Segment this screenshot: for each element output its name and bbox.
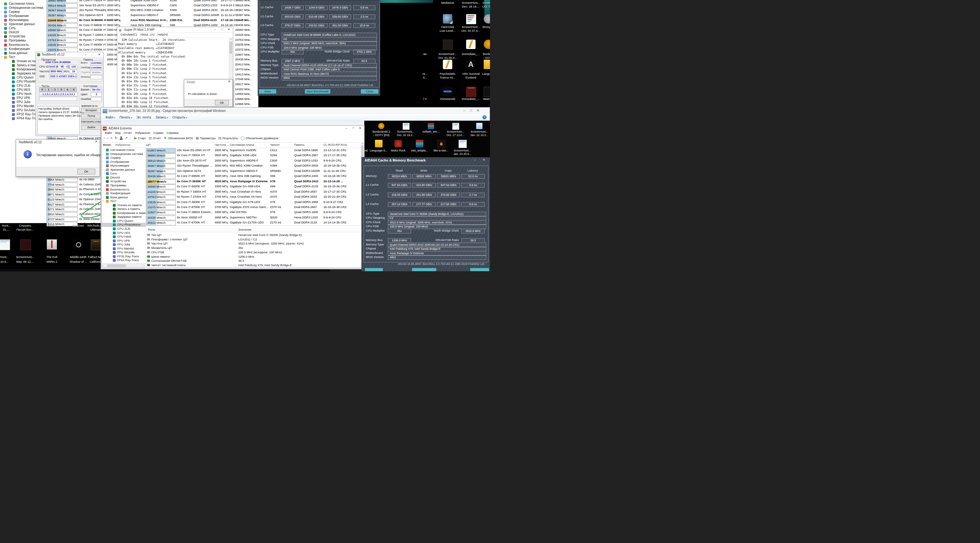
sidebar-item-cpu-photoworxx[interactable]: CPU PhotoWorxx (102, 223, 146, 227)
sidebar-item-fp32-ray-trace[interactable]: FP32 Ray-Trace (102, 254, 146, 259)
minimize-icon[interactable]: – (82, 52, 89, 57)
pv-menu-Эл. почта[interactable]: Эл. почта (137, 115, 151, 119)
sidebar-item-directx[interactable]: ›DirectX (102, 176, 146, 180)
maximize-icon[interactable]: □ (350, 126, 357, 131)
close-icon[interactable]: ✕ (95, 140, 98, 144)
benchmark-row[interactable]: 61883 Мпкс/с20x Xeon E5-2660 v3 HT2600 М… (146, 148, 361, 153)
taskbar-button[interactable] (330, 269, 361, 272)
field-row[interactable]: CPU FSB100.5 MHz (исходное: 100 MHz) (146, 250, 364, 254)
column-header[interactable]: Частота ... (215, 143, 229, 146)
button-start-benchmark[interactable]: Start Benchmark (305, 89, 330, 94)
column-header[interactable]: ЦП (146, 143, 151, 146)
sidebar-item-устройства[interactable]: ›Устройства (102, 179, 146, 184)
benchmark-row[interactable]: 26590 Мпкс/с6x Core i7-5820K HT3300 МГцG… (146, 184, 361, 189)
aida64-menu-item[interactable]: Справка (167, 131, 178, 135)
benchmark-row[interactable]: 19770 Мпкс/с (146, 225, 361, 226)
sidebar-item-системная-плата[interactable]: ›Системная плата (102, 148, 146, 152)
pv-menu-Открыть[interactable]: Открыть ▾ (173, 115, 187, 119)
superpi-menu-item[interactable]: Calculate(C) (120, 33, 137, 36)
minimize-icon[interactable]: – (461, 108, 468, 113)
scroll-thumb[interactable] (229, 42, 232, 54)
tab-favorites[interactable]: Избранное (115, 143, 130, 146)
sidebar-item-сервер[interactable]: ›Сервер (102, 156, 146, 160)
pv-menu-Файл[interactable]: Файл ▾ (105, 115, 115, 119)
back-icon[interactable]: ‹ (104, 136, 105, 140)
field-row[interactable]: Чипсет системной платыIntel Patsburg X79… (146, 263, 364, 267)
benchmark-row[interactable]: 24225 Мпкс/с8x Ryzen 7 1800X HT3600 МГцA… (146, 189, 361, 194)
sidebar-item-cpu-zlib[interactable]: CPU ZLib (102, 227, 146, 231)
site-button-0[interactable]: Интернет (81, 108, 102, 113)
help-icon[interactable]: ? (482, 115, 487, 119)
sidebar-item-база-данных[interactable]: ›База данных (102, 195, 146, 200)
button-close[interactable]: Close (361, 89, 379, 94)
close-icon[interactable]: ✕ (475, 108, 482, 113)
benchmark-row[interactable]: 30436 Мпкс/с6x Core i7-6850K HT3600 МГцA… (146, 174, 361, 178)
test-button-4[interactable]: 4 (64, 87, 70, 92)
benchmark-row[interactable]: 35397 Мпкс/с32x Opteron 62742200 МГцSupe… (0, 13, 258, 17)
superpi-titlebar[interactable]: π Super PI Mod 1.9 WP –□✕ (117, 27, 233, 33)
field-row[interactable]: Платформа / степпинг ЦПLGA2011 / C2 (146, 237, 364, 241)
benchmark-row[interactable]: 38367 Мпкс/с32x Ryzen Threadripper ...30… (146, 164, 361, 168)
sidebar-item-fpu-julia[interactable]: FPU Julia (102, 243, 146, 247)
toolbar-page[interactable]: ▤Отчёт (149, 136, 161, 140)
close-icon[interactable]: ✕ (96, 52, 103, 57)
benchmark-row[interactable]: 35397 Мпкс/с32x Opteron 62742200 МГцSupe… (146, 169, 361, 173)
column-header[interactable]: CL-RCD-RP-RAS (323, 143, 347, 146)
aida64-menu-item[interactable]: Вид (115, 131, 120, 135)
field-row[interactable]: Шина памяти1206.0 MHz (146, 254, 364, 259)
button-close[interactable]: Close (470, 268, 489, 272)
close-icon[interactable]: ✕ (483, 158, 485, 162)
site-button-2[interactable]: Настроить и выйти (81, 119, 102, 124)
close-icon[interactable]: ✕ (357, 126, 364, 131)
aida64-menu-item[interactable]: Сервис (153, 131, 164, 135)
benchmark-row[interactable]: 38860 Мпкс/с6x Core i7-7800X HT3500 МГцG… (146, 153, 361, 158)
pv-menu-Запись[interactable]: Запись ▾ (156, 115, 168, 119)
sidebar-item-мультимедиа[interactable]: ›Мультимедиа (102, 164, 146, 168)
field-row[interactable]: Соотношение DRAM:FSB36:3 (146, 259, 364, 263)
scroll-thumb[interactable] (107, 264, 126, 267)
button-save[interactable]: Save (259, 89, 276, 94)
chart-icon[interactable]: ↗ (125, 136, 127, 140)
sidebar-item-хранение-данных[interactable]: ›Хранение данных (102, 168, 146, 172)
maximize-icon[interactable]: □ (468, 108, 475, 113)
column-header[interactable]: Системная плата (230, 143, 254, 146)
aida64-menu-item[interactable]: Файл (105, 131, 112, 135)
user-icon[interactable] (120, 137, 123, 140)
column-header[interactable]: Чипсет (270, 143, 280, 146)
button-save[interactable]: Save (365, 268, 383, 272)
superpi-menu-item[interactable]: Help(H) (158, 33, 168, 36)
tab-menu[interactable]: Меню (103, 143, 111, 146)
benchmark-row[interactable]: 28077 Мпкс/с6x Core i7-3930K HT4533 МГцA… (146, 179, 361, 184)
sidebar-item-cpu-aes[interactable]: CPU AES (102, 231, 146, 235)
site-button-3[interactable]: Выйти (81, 125, 102, 130)
minimize-icon[interactable]: – (212, 27, 218, 32)
button-start-benchmark[interactable]: Start Benchmark (412, 268, 436, 272)
ok-button[interactable]: OK (215, 100, 229, 105)
sidebar-item-fpu-vp8[interactable]: FPU VP8 (102, 239, 146, 243)
up-icon[interactable]: ˄ (110, 136, 112, 140)
sidebar-item-fp64-ray-trace[interactable]: FP64 Ray-Trace (102, 258, 146, 262)
benchmark-row[interactable]: 23375 Мпкс/с6x Core i7-8700K HT3700 МГцG… (146, 205, 361, 210)
sidebar-item-копирование-в-память[interactable]: Копирование в память (102, 211, 146, 215)
toolbar-play[interactable]: ▶Старт (134, 136, 146, 140)
benchmark-row[interactable]: 38367 Мпкс/с32x Ryzen Threadripper ...30… (0, 8, 258, 12)
close-icon[interactable]: ✕ (228, 79, 231, 84)
benchmark-row[interactable]: 20439 Мпкс/с8x Xeon X5550 HT2666 МГцSupe… (146, 215, 361, 220)
benchmark-row[interactable]: 20412 Мпкс/с4x Core i7-6700K HT4000 МГцG… (146, 220, 361, 225)
toolbar-down[interactable]: ▼Обновления BIOS (164, 136, 193, 140)
benchmark-row[interactable]: 23763 Мпкс/с8x Ryzen 7 2700X HT3700 МГцA… (146, 195, 361, 199)
benchmark-row[interactable]: 38616 Мпкс/с16x Xeon E5-2670 HT2600 МГцS… (146, 158, 361, 163)
sidebar-item-fpu-sinjulia[interactable]: FPU SinJulia (102, 251, 146, 254)
minimize-icon[interactable]: – (343, 126, 350, 131)
ok-button[interactable]: OK (77, 169, 95, 175)
sidebar-item-программы[interactable]: ›Программы (102, 184, 146, 187)
pv-menu-Печать[interactable]: Печать ▾ (119, 115, 132, 119)
benchmark-row[interactable]: 32648 Мпкс/с8x Core i9-9900K HT5000 МГцA… (0, 18, 258, 22)
test-button-5[interactable]: 5 (71, 87, 77, 92)
close-icon[interactable]: ✕ (225, 27, 232, 32)
photo-viewer-titlebar[interactable]: ScreenHunter_378 Jan. 23 20.05.jpg - Сре… (101, 108, 490, 114)
benchmark-row[interactable]: 23535 Мпкс/с6x Core i7-4930K HT3400 МГцG… (146, 200, 361, 205)
benchmark-row[interactable]: 38616 Мпкс/с16x Xeon E5-2670 HT2600 МГцS… (0, 3, 258, 8)
benchmark-row[interactable]: 22807 Мпкс/с6x Core i7-3960X Extrem...33… (146, 210, 361, 214)
aida64-titlebar[interactable]: 64 AIDA64 Extreme –□✕ (102, 126, 364, 131)
